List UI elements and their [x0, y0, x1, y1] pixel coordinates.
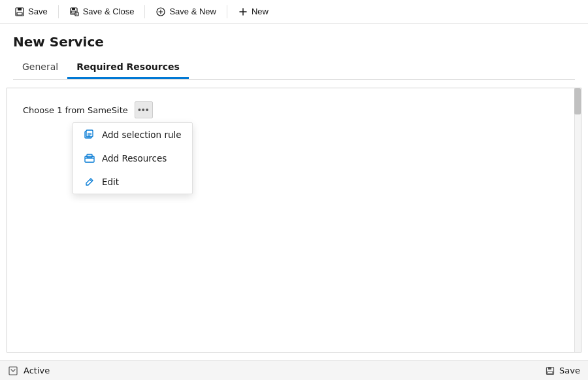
add-selection-rule-label: Add selection rule: [102, 130, 182, 140]
more-dots: •••: [138, 105, 150, 115]
save-close-button[interactable]: Save & Close: [63, 4, 141, 20]
save-close-icon: [69, 7, 80, 17]
dropdown-item-edit[interactable]: Edit: [73, 170, 192, 194]
toolbar-divider-1: [58, 5, 59, 18]
toolbar: Save Save & Close Save & New: [0, 0, 588, 24]
edit-label: Edit: [102, 177, 119, 187]
new-button[interactable]: New: [231, 4, 275, 20]
save-new-button[interactable]: Save & New: [149, 4, 223, 20]
status-save-label[interactable]: Save: [559, 366, 580, 375]
save-label: Save: [28, 7, 48, 16]
toolbar-divider-2: [144, 5, 145, 18]
svg-rect-21: [9, 367, 17, 375]
status-save-icon: [545, 366, 555, 376]
more-options-button[interactable]: •••: [135, 101, 153, 118]
save-new-icon: [155, 7, 166, 17]
content-inner: Choose 1 from SameSite •••: [7, 88, 581, 353]
content-body: Choose 1 from SameSite •••: [7, 88, 581, 131]
expand-icon[interactable]: [8, 366, 18, 376]
add-resources-label: Add Resources: [102, 153, 167, 164]
choose-label: Choose 1 from SameSite •••: [23, 101, 153, 118]
svg-rect-1: [18, 8, 22, 10]
choose-label-text: Choose 1 from SameSite: [23, 105, 128, 115]
save-close-label: Save & Close: [83, 7, 135, 16]
toolbar-divider-3: [227, 5, 227, 18]
svg-rect-23: [548, 367, 551, 370]
selection-icon: [84, 129, 95, 141]
save-new-label: Save & New: [169, 7, 216, 16]
status-left: Active: [8, 366, 50, 376]
page-header: New Service General Required Resources: [0, 24, 588, 80]
save-button[interactable]: Save: [8, 4, 54, 20]
svg-rect-24: [547, 371, 553, 374]
resources-icon: [84, 152, 95, 164]
tab-required-resources[interactable]: Required Resources: [67, 58, 189, 79]
dropdown-menu: Add selection rule Add Resources: [73, 122, 193, 194]
status-bar: Active Save: [0, 360, 588, 380]
dropdown-item-add-resources[interactable]: Add Resources: [73, 147, 192, 170]
status-label: Active: [24, 366, 50, 375]
page-title: New Service: [13, 34, 575, 50]
new-label: New: [252, 7, 269, 16]
svg-rect-4: [72, 8, 75, 10]
tabs: General Required Resources: [13, 58, 575, 80]
content-area: Choose 1 from SameSite •••: [0, 80, 588, 360]
tab-general[interactable]: General: [13, 58, 67, 79]
status-right: Save: [545, 366, 580, 376]
svg-rect-2: [17, 12, 22, 15]
edit-icon: [84, 176, 95, 188]
dropdown-item-add-selection-rule[interactable]: Add selection rule: [73, 123, 192, 147]
save-icon: [14, 7, 25, 17]
new-icon: [238, 7, 248, 17]
